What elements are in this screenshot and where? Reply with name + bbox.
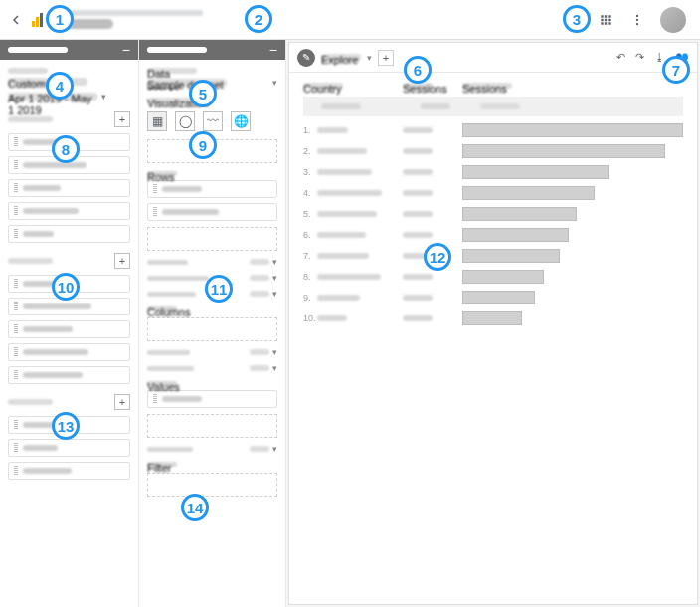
row-dimension (317, 253, 369, 259)
bar-fill (462, 291, 535, 304)
rows-label: Rows (147, 171, 177, 176)
variables-panel: − Custom view Apr 1 2019 - May 1 2019 ▾ … (0, 40, 139, 607)
param-value[interactable]: ▾ (250, 257, 277, 267)
callout-4: 4 (46, 72, 74, 100)
table-vis-icon[interactable]: ▦ (147, 111, 167, 131)
bar-fill (462, 311, 522, 325)
add-item-button[interactable]: + (114, 394, 130, 410)
bar-fill (462, 123, 683, 137)
row-metric (403, 190, 433, 196)
line-vis-icon[interactable]: 〰 (203, 111, 223, 131)
section-label (8, 116, 53, 122)
list-item[interactable] (8, 320, 130, 338)
param-value[interactable]: ▾ (250, 363, 277, 373)
table-row: 10. (303, 308, 683, 328)
row-metric (403, 295, 433, 301)
add-tab-button[interactable]: + (378, 50, 394, 66)
row-dimension (317, 148, 367, 154)
row-dimension (317, 127, 348, 133)
table-row: 2. (303, 141, 683, 161)
row-metric (403, 232, 433, 238)
list-item[interactable] (8, 225, 130, 243)
row-metric (403, 315, 433, 321)
callout-12: 12 (424, 243, 451, 271)
values-label: Values (147, 381, 177, 386)
list-item[interactable] (8, 439, 130, 457)
dim-header: Country (303, 83, 343, 89)
list-item[interactable] (147, 203, 277, 221)
back-arrow-icon[interactable] (8, 12, 24, 28)
minimize-icon[interactable]: − (269, 43, 277, 57)
settings-tab[interactable]: − (139, 40, 285, 60)
param-row: ▾ (147, 347, 277, 357)
bar-header: Sessions (462, 83, 512, 89)
donut-vis-icon[interactable]: ◯ (175, 111, 195, 131)
callout-7: 7 (662, 56, 690, 84)
callout-6: 6 (404, 56, 432, 84)
param-row: ▾ (147, 444, 277, 454)
dataset-label: Data source (147, 68, 197, 74)
svg-point-0 (636, 14, 638, 16)
table-row: 3. (303, 162, 683, 182)
minimize-icon[interactable]: − (122, 43, 130, 57)
rows-dropzone[interactable] (147, 227, 277, 251)
columns-dropzone[interactable] (147, 317, 277, 341)
values-dropzone[interactable] (147, 414, 277, 438)
param-value[interactable]: ▾ (250, 289, 277, 299)
list-item[interactable] (8, 179, 130, 197)
add-item-button[interactable]: + (114, 111, 130, 127)
row-dimension (317, 295, 360, 301)
bar-fill (462, 144, 665, 158)
chevron-down-icon[interactable]: ▾ (367, 53, 372, 63)
row-metric (403, 274, 433, 280)
canvas-toolbar: ✎ Explore ▾ + ↶ ↷ ⭳ 👥 (289, 43, 697, 73)
table-row: 5. (303, 204, 683, 224)
table-row: 4. (303, 183, 683, 203)
filter-dropzone[interactable] (147, 473, 277, 497)
row-dimension (317, 190, 382, 196)
section-label (8, 258, 53, 264)
analytics-logo-icon (32, 13, 44, 27)
add-item-button[interactable]: + (114, 253, 130, 269)
more-vert-icon[interactable] (628, 11, 646, 29)
globe-vis-icon[interactable]: 🌐 (231, 111, 251, 131)
param-row: ▾ (147, 363, 277, 373)
table-row: 6. (303, 225, 683, 245)
edit-mode-icon[interactable]: ✎ (297, 49, 315, 67)
bar-fill (462, 165, 609, 179)
row-metric (403, 148, 433, 154)
list-item[interactable] (8, 462, 130, 480)
data-table: Country Sessions Sessions 1.2.3.4.5.6.7.… (289, 73, 697, 604)
row-dimension (317, 232, 366, 238)
avatar[interactable] (660, 7, 686, 33)
chevron-down-icon[interactable]: ▾ (272, 78, 277, 88)
row-dimension (317, 211, 377, 217)
bar-fill (462, 207, 577, 221)
columns-label: Columns (147, 306, 177, 311)
breadcrumb: Analytics breadcrumb placeholder (64, 10, 203, 16)
table-row: 1. (303, 120, 683, 140)
param-value[interactable]: ▾ (250, 273, 277, 283)
list-item[interactable] (8, 366, 130, 384)
list-item[interactable] (8, 298, 130, 315)
table-row: 8. (303, 267, 683, 287)
section-label (8, 68, 48, 74)
bar-fill (462, 186, 595, 200)
apps-grid-icon[interactable] (597, 11, 614, 29)
row-dimension (317, 274, 381, 280)
row-dimension (317, 169, 372, 175)
undo-icon[interactable]: ↶ (616, 51, 625, 64)
row-dimension (317, 315, 347, 321)
redo-icon[interactable]: ↷ (635, 51, 644, 64)
list-item[interactable] (8, 202, 130, 220)
variables-tab[interactable]: − (0, 40, 138, 60)
list-item[interactable] (8, 343, 130, 361)
callout-9: 9 (189, 131, 217, 159)
param-value[interactable]: ▾ (250, 347, 277, 357)
bar-fill (462, 228, 569, 242)
chevron-down-icon[interactable]: ▾ (101, 92, 106, 101)
callout-1: 1 (46, 5, 74, 33)
filter-label: Filter (147, 462, 177, 467)
svg-point-1 (636, 18, 638, 20)
param-value[interactable]: ▾ (250, 444, 277, 454)
